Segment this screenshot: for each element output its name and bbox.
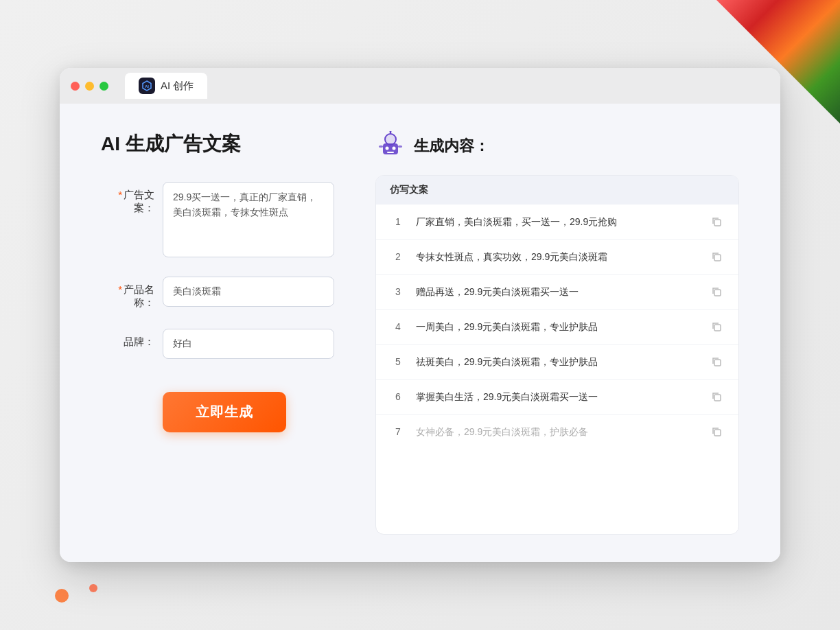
copy-button[interactable]	[708, 283, 725, 300]
required-star-1: *	[118, 189, 122, 200]
browser-window: AI AI 创作 AI 生成广告文案 *广告文案： *产品名称：	[60, 68, 780, 562]
maximize-button[interactable]	[100, 82, 108, 91]
copy-button[interactable]	[708, 213, 725, 230]
table-row: 5祛斑美白，29.9元美白淡斑霜，专业护肤品	[376, 345, 738, 380]
close-button[interactable]	[71, 82, 80, 91]
ad-copy-input[interactable]	[163, 182, 334, 257]
copy-button[interactable]	[708, 423, 725, 440]
result-header: 生成内容：	[375, 131, 739, 161]
row-text: 掌握美白生活，29.9元美白淡斑霜买一送一	[416, 390, 699, 404]
svg-rect-10	[379, 145, 383, 148]
corner-decoration-bl	[55, 589, 69, 603]
page-title: AI 生成广告文案	[101, 131, 334, 157]
product-name-group: *产品名称：	[101, 277, 334, 310]
row-number: 3	[390, 286, 406, 297]
brand-label: 品牌：	[101, 329, 163, 349]
robot-icon	[375, 131, 406, 161]
tab-label: AI 创作	[161, 80, 194, 93]
product-name-input[interactable]	[163, 277, 334, 307]
svg-rect-7	[387, 152, 394, 153]
title-bar: AI AI 创作	[60, 68, 780, 104]
svg-rect-11	[398, 145, 402, 148]
table-row: 2专抹女性斑点，真实功效，29.9元美白淡斑霜	[376, 240, 738, 275]
table-header: 仿写文案	[376, 176, 738, 205]
product-name-label: *产品名称：	[101, 277, 163, 310]
row-text: 赠品再送，29.9元美白淡斑霜买一送一	[416, 285, 699, 299]
tab-ai-creation[interactable]: AI AI 创作	[125, 73, 207, 99]
copy-button[interactable]	[708, 248, 725, 265]
table-row: 6掌握美白生活，29.9元美白淡斑霜买一送一	[376, 380, 738, 415]
row-number: 6	[390, 391, 406, 402]
row-text: 厂家直销，美白淡斑霜，买一送一，29.9元抢购	[416, 215, 699, 229]
copy-button[interactable]	[708, 318, 725, 335]
svg-rect-18	[714, 430, 721, 436]
result-title: 生成内容：	[414, 136, 489, 156]
result-rows-container: 1厂家直销，美白淡斑霜，买一送一，29.9元抢购 2专抹女性斑点，真实功效，29…	[376, 205, 738, 449]
svg-rect-14	[714, 290, 721, 296]
row-number: 2	[390, 251, 406, 262]
right-panel: 生成内容： 仿写文案 1厂家直销，美白淡斑霜，买一送一，29.9元抢购 2专抹女…	[375, 131, 739, 535]
row-text: 祛斑美白，29.9元美白淡斑霜，专业护肤品	[416, 355, 699, 369]
ad-copy-group: *广告文案：	[101, 182, 334, 257]
minimize-button[interactable]	[85, 82, 94, 91]
main-content: AI 生成广告文案 *广告文案： *产品名称： 品牌： 立	[60, 104, 780, 562]
window-controls	[71, 82, 108, 91]
table-row: 3赠品再送，29.9元美白淡斑霜买一送一	[376, 275, 738, 310]
required-star-2: *	[118, 283, 122, 295]
svg-point-5	[386, 147, 389, 150]
corner-decoration-bl2	[89, 584, 97, 592]
svg-point-9	[390, 131, 392, 133]
row-text: 女神必备，29.9元美白淡斑霜，护肤必备	[416, 425, 699, 439]
svg-rect-17	[714, 395, 721, 401]
row-number: 5	[390, 356, 406, 367]
brand-group: 品牌：	[101, 329, 334, 359]
ad-copy-label: *广告文案：	[101, 182, 163, 215]
copy-button[interactable]	[708, 388, 725, 405]
row-text: 专抹女性斑点，真实功效，29.9元美白淡斑霜	[416, 250, 699, 264]
left-panel: AI 生成广告文案 *广告文案： *产品名称： 品牌： 立	[101, 131, 334, 535]
svg-point-6	[393, 147, 396, 150]
table-row: 1厂家直销，美白淡斑霜，买一送一，29.9元抢购	[376, 205, 738, 240]
result-table: 仿写文案 1厂家直销，美白淡斑霜，买一送一，29.9元抢购 2专抹女性斑点，真实…	[375, 175, 739, 535]
row-number: 4	[390, 321, 406, 332]
row-number: 7	[390, 426, 406, 437]
brand-input[interactable]	[163, 329, 334, 359]
svg-rect-12	[714, 220, 721, 226]
row-number: 1	[390, 216, 406, 227]
row-text: 一周美白，29.9元美白淡斑霜，专业护肤品	[416, 320, 699, 334]
svg-rect-13	[714, 255, 721, 261]
svg-text:AI: AI	[145, 84, 149, 89]
table-row: 4一周美白，29.9元美白淡斑霜，专业护肤品	[376, 310, 738, 345]
table-row: 7女神必备，29.9元美白淡斑霜，护肤必备	[376, 415, 738, 449]
svg-rect-15	[714, 325, 721, 331]
ai-icon: AI	[139, 78, 155, 94]
generate-button[interactable]: 立即生成	[163, 392, 286, 432]
copy-button[interactable]	[708, 353, 725, 370]
svg-rect-16	[714, 360, 721, 366]
